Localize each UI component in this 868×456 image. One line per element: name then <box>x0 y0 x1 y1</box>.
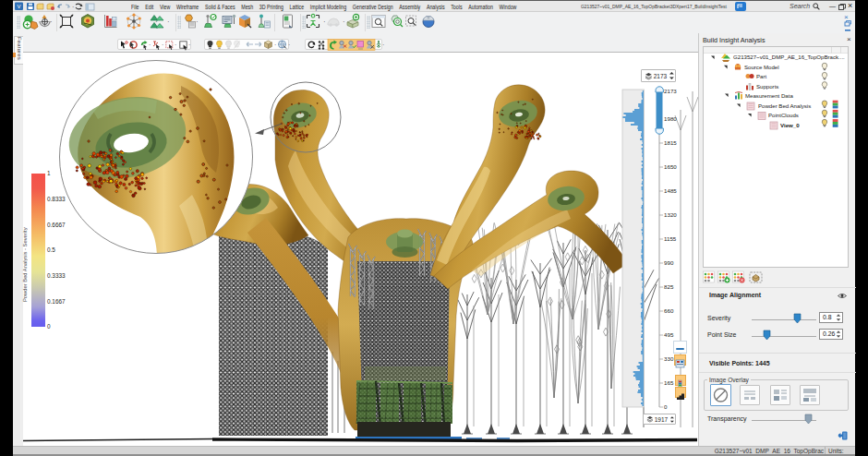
svg-text:V: V <box>17 4 20 9</box>
svg-text:Powder Bed Analysis: Powder Bed Analysis <box>758 102 811 109</box>
svg-text:·: · <box>343 18 345 26</box>
svg-text:·: · <box>162 42 163 48</box>
svg-text:Measurement Data: Measurement Data <box>745 92 793 99</box>
svg-text:·: · <box>149 42 151 48</box>
svg-text:990: 990 <box>664 259 674 266</box>
svg-text:·: · <box>288 42 290 48</box>
svg-text:Part: Part <box>756 73 766 79</box>
svg-text:·: · <box>72 4 74 10</box>
svg-text:·: · <box>188 42 190 48</box>
svg-text:·: · <box>274 42 276 48</box>
svg-text:·: · <box>382 42 384 48</box>
svg-text:1155: 1155 <box>664 235 677 242</box>
svg-text:1320: 1320 <box>664 211 677 218</box>
svg-text:0: 0 <box>664 403 668 410</box>
svg-text:1980: 1980 <box>664 115 677 122</box>
svg-text:·: · <box>196 18 199 26</box>
svg-text:Supports: Supports <box>756 83 778 90</box>
svg-text:495: 495 <box>664 331 674 338</box>
svg-text:660: 660 <box>664 307 674 314</box>
svg-text:G213527~v01_DMP_AE_16_TopOpBra: G213527~v01_DMP_AE_16_TopOpBrack.... <box>733 54 845 60</box>
svg-text:2173: 2173 <box>664 88 677 94</box>
svg-text:165: 165 <box>664 379 674 386</box>
svg-text:×: × <box>844 13 849 21</box>
svg-text:·: · <box>175 42 176 48</box>
svg-text:825: 825 <box>664 283 674 290</box>
svg-text:·: · <box>323 18 326 26</box>
svg-text:Source Model: Source Model <box>744 64 779 70</box>
svg-text:View_0: View_0 <box>780 122 800 128</box>
svg-text:1485: 1485 <box>664 187 677 194</box>
svg-text:1650: 1650 <box>664 163 677 170</box>
svg-text:PointClouds: PointClouds <box>768 112 799 118</box>
svg-text:·: · <box>50 18 53 26</box>
svg-text:·: · <box>167 18 170 26</box>
svg-text:330: 330 <box>664 355 674 362</box>
svg-text:1815: 1815 <box>664 139 677 146</box>
